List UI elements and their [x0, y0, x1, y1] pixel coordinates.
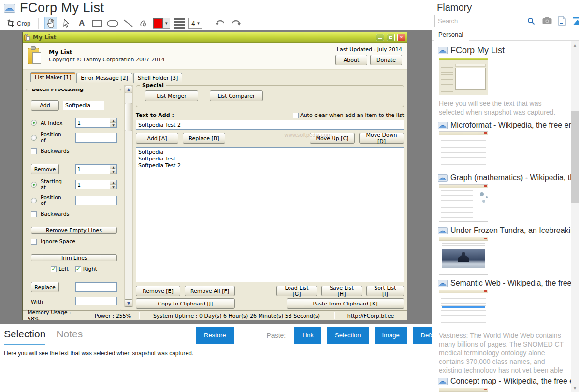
- starting-at-value[interactable]: [76, 180, 110, 189]
- paste-selection-button[interactable]: Selection: [327, 327, 368, 344]
- items-listbox[interactable]: Softpedia Softpedia Test Softpedia Test …: [136, 147, 404, 282]
- search-input[interactable]: [435, 17, 527, 25]
- replace-input[interactable]: [75, 282, 117, 292]
- ellipse-tool-button[interactable]: [106, 17, 119, 29]
- list-comparer-button[interactable]: List Comparer: [210, 90, 263, 101]
- sort-list-button[interactable]: Sort List [I]: [366, 286, 404, 296]
- auto-clear-checkbox[interactable]: [293, 113, 299, 118]
- scroll-up-arrow[interactable]: ▲: [125, 86, 132, 93]
- scroll-down-arrow[interactable]: ▼: [571, 384, 579, 392]
- list-item[interactable]: Softpedia: [138, 149, 402, 156]
- scroll-up-arrow[interactable]: ▲: [571, 41, 579, 49]
- paste-from-clipboard-button[interactable]: Paste from Clipboard [K]: [287, 298, 404, 309]
- trim-lines-button[interactable]: Trim Lines: [31, 254, 117, 261]
- snapshot-thumbnail[interactable]: [439, 58, 488, 95]
- snapshot-thumbnail[interactable]: [439, 388, 488, 392]
- snapshot-title[interactable]: FCorp My List: [450, 45, 505, 56]
- freehand-tool-button[interactable]: [137, 17, 150, 29]
- about-button[interactable]: About: [335, 55, 367, 65]
- trim-left-checkbox[interactable]: [51, 266, 57, 272]
- snapshot-thumbnail[interactable]: [439, 131, 488, 169]
- at-index-radio[interactable]: [31, 120, 37, 126]
- tab-notes[interactable]: Notes: [56, 328, 83, 344]
- search-icon[interactable]: [527, 17, 535, 25]
- position-of-radio[interactable]: [31, 135, 37, 141]
- minimize-button[interactable]: [376, 34, 384, 41]
- snapshot-title[interactable]: Semantic Web - Wikipedia, the free encyc…: [450, 279, 571, 288]
- starting-at-radio[interactable]: [31, 182, 37, 188]
- position-of-input[interactable]: [75, 133, 117, 143]
- position-of-input-2[interactable]: [75, 196, 117, 205]
- spinner-arrows[interactable]: ▲▼: [110, 165, 116, 174]
- text-tool-button[interactable]: A: [75, 17, 88, 29]
- camera-icon[interactable]: [542, 17, 552, 25]
- paste-link-button[interactable]: Link: [294, 327, 321, 344]
- undo-button[interactable]: [214, 17, 227, 29]
- remove-empty-lines-button[interactable]: Remove Empty Lines: [31, 227, 117, 234]
- load-list-button[interactable]: Load List [G]: [276, 286, 317, 296]
- document-icon[interactable]: [558, 16, 566, 26]
- snapshot-title[interactable]: Graph (mathematics) - Wikipedia, the fre…: [450, 174, 571, 182]
- at-index-spinner[interactable]: ▲▼: [75, 118, 117, 128]
- remove-spinner[interactable]: ▲▼: [75, 164, 117, 174]
- backwards-checkbox-2[interactable]: [31, 211, 37, 217]
- scroll-down-arrow[interactable]: ▼: [125, 299, 132, 307]
- spinner-arrows[interactable]: ▲▼: [110, 180, 116, 189]
- remove-button[interactable]: Remove: [31, 164, 59, 174]
- tab-personal[interactable]: Personal: [434, 29, 469, 41]
- snapshot-thumbnail[interactable]: [439, 237, 488, 275]
- snapshot-title[interactable]: Concept map - Wikipedia, the free encycl…: [450, 377, 571, 386]
- sidebar-scrollbar[interactable]: ▲ ▼: [571, 41, 579, 392]
- tab-shell-folder[interactable]: Shell Folder [3]: [133, 73, 182, 83]
- trim-right-checkbox[interactable]: [75, 266, 81, 272]
- crop-button[interactable]: Crop: [5, 17, 32, 29]
- remove-all-button[interactable]: Remove All [F]: [185, 286, 235, 296]
- text-to-add-input[interactable]: [136, 120, 404, 130]
- add-a-button[interactable]: Add [A]: [136, 133, 178, 144]
- save-list-button[interactable]: Save List [H]: [321, 286, 362, 296]
- close-button[interactable]: ✕: [397, 34, 405, 41]
- spinner-arrows[interactable]: ▲▼: [110, 118, 116, 127]
- scrollbar-thumb[interactable]: [125, 103, 132, 131]
- add-button[interactable]: Add: [31, 100, 59, 111]
- list-item[interactable]: Softpedia Test 2: [138, 162, 402, 169]
- remove-e-button[interactable]: Remove [E]: [136, 286, 180, 296]
- list-item[interactable]: Softpedia Test: [138, 156, 402, 162]
- color-dropdown-arrow[interactable]: ▼: [163, 18, 170, 28]
- donate-button[interactable]: Donate: [370, 55, 402, 65]
- tab-selection[interactable]: Selection: [4, 328, 45, 345]
- screenshot-canvas[interactable]: My List ✕ My List Copyright © Fahmy Corp…: [0, 30, 432, 324]
- select-tool-button[interactable]: [60, 17, 72, 29]
- copy-to-clipboard-button[interactable]: Copy to Clipboard [J]: [136, 298, 235, 309]
- position-of-radio-2[interactable]: [31, 198, 37, 203]
- redo-button[interactable]: [230, 17, 242, 29]
- remove-count-value[interactable]: [76, 165, 110, 174]
- restore-button[interactable]: Restore: [196, 327, 234, 344]
- tab-list-maker[interactable]: List Maker [1]: [30, 72, 75, 82]
- batch-panel-scrollbar[interactable]: ▲ ▼: [124, 85, 133, 307]
- snapshot-title[interactable]: Under Frozen Tundra, an Icebreaking Ship…: [450, 226, 571, 235]
- snapshot-title[interactable]: Microformat - Wikipedia, the free encycl…: [450, 121, 571, 130]
- starting-at-spinner[interactable]: ▲▼: [75, 180, 117, 189]
- move-down-button[interactable]: Move Down [D]: [359, 133, 404, 144]
- thickness-button[interactable]: [173, 17, 186, 29]
- ignore-space-checkbox[interactable]: [31, 239, 37, 245]
- rectangle-tool-button[interactable]: [91, 17, 103, 29]
- hand-tool-button[interactable]: [44, 17, 57, 29]
- collapse-top-icon[interactable]: [572, 16, 579, 26]
- scrollbar-thumb[interactable]: [571, 111, 579, 203]
- snapshot-thumbnail[interactable]: [439, 184, 488, 222]
- tab-error-message[interactable]: Error Message [2]: [76, 73, 132, 83]
- line-tool-button[interactable]: [122, 17, 134, 29]
- size-dropdown-arrow[interactable]: ▼: [195, 21, 202, 26]
- color-picker[interactable]: ▼: [153, 18, 170, 29]
- replace-button[interactable]: Replace: [31, 282, 59, 292]
- add-text-input[interactable]: [63, 101, 104, 110]
- size-dropdown[interactable]: 4 ▼: [188, 18, 202, 29]
- paste-image-button[interactable]: Image: [375, 327, 407, 344]
- search-box[interactable]: [434, 15, 538, 27]
- replace-b-button[interactable]: Replace [B]: [183, 133, 225, 144]
- list-merger-button[interactable]: List Merger: [145, 90, 198, 101]
- backwards-checkbox[interactable]: [31, 148, 37, 154]
- snapshot-thumbnail[interactable]: [439, 290, 488, 327]
